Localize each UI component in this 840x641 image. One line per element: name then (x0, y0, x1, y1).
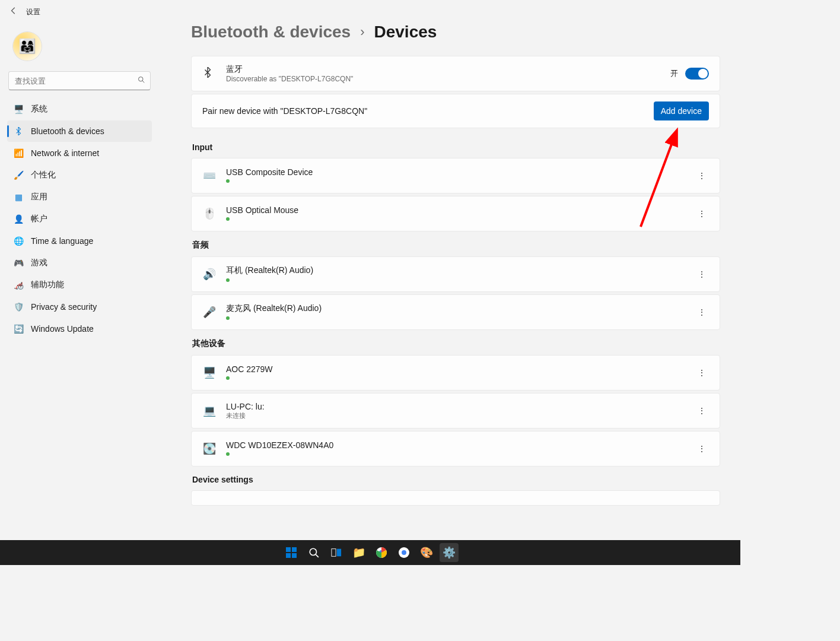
search-field (8, 71, 151, 90)
sidebar-item-label: Network & internet (31, 148, 99, 158)
device-row[interactable]: 🎤麦克风 (Realtek(R) Audio) ⋮ (191, 294, 720, 330)
start-button[interactable] (282, 543, 301, 562)
taskbar-chrome-1[interactable] (372, 543, 391, 562)
section-title-settings: Device settings (192, 475, 720, 484)
status-dot (226, 179, 230, 183)
section-title-audio: 音频 (192, 240, 720, 250)
accessibility-icon: 🦽 (13, 280, 24, 290)
sidebar-item-label: 帐户 (31, 214, 47, 224)
device-name: USB Composite Device (226, 167, 313, 177)
bluetooth-icon (202, 67, 217, 80)
status-dot (226, 316, 230, 320)
more-button[interactable]: ⋮ (695, 305, 709, 319)
bluetooth-icon (13, 126, 24, 137)
device-row[interactable]: 💽WDC WD10EZEX-08WN4A0 ⋮ (191, 431, 720, 467)
person-icon: 👤 (13, 214, 24, 224)
breadcrumb-parent[interactable]: Bluetooth & devices (191, 23, 351, 42)
status-dot (226, 452, 230, 456)
sidebar-item-label: 个性化 (31, 170, 56, 180)
back-icon[interactable] (9, 7, 18, 17)
device-row[interactable]: 💻LU-PC: lu:未连接 ⋮ (191, 393, 720, 429)
keyboard-icon: ⌨️ (202, 169, 217, 183)
device-row[interactable]: 🔊耳机 (Realtek(R) Audio) ⋮ (191, 256, 720, 292)
taskbar-chrome-2[interactable] (394, 543, 413, 562)
avatar[interactable]: 👨‍👩‍👧 (13, 32, 42, 61)
svg-point-6 (310, 548, 316, 555)
search-input[interactable] (8, 71, 151, 90)
sidebar: 👨‍👩‍👧 🖥️系统 Bluetooth & devices 📶Network … (0, 0, 159, 540)
device-settings-card (191, 490, 720, 506)
game-icon: 🎮 (13, 258, 24, 268)
sidebar-item-gaming[interactable]: 🎮游戏 (7, 252, 152, 274)
sidebar-item-label: 系统 (31, 104, 47, 115)
speaker-icon: 🔊 (202, 267, 217, 281)
toggle-label: 开 (670, 68, 678, 79)
taskbar-search[interactable] (304, 543, 323, 562)
sidebar-item-bluetooth[interactable]: Bluetooth & devices (7, 120, 152, 142)
monitor-icon: 🖥️ (202, 366, 217, 380)
status-dot (226, 278, 230, 282)
sidebar-item-label: Bluetooth & devices (31, 126, 104, 136)
svg-rect-3 (292, 547, 297, 552)
taskbar-settings[interactable]: ⚙️ (440, 543, 459, 562)
device-name: 麦克风 (Realtek(R) Audio) (226, 303, 322, 314)
app-title: 设置 (26, 7, 40, 17)
status-dot (226, 376, 230, 380)
brush-icon: 🖌️ (13, 170, 24, 180)
taskbar-explorer[interactable]: 📁 (349, 543, 368, 562)
sidebar-item-label: 游戏 (31, 258, 47, 268)
sidebar-item-label: Windows Update (31, 324, 94, 334)
svg-rect-8 (337, 549, 341, 557)
svg-rect-5 (292, 553, 297, 558)
taskbar: 📁 🎨 ⚙️ (0, 540, 740, 565)
taskbar-paint[interactable]: 🎨 (417, 543, 436, 562)
sidebar-item-time[interactable]: 🌐Time & language (7, 230, 152, 252)
sidebar-item-label: Privacy & security (31, 302, 97, 312)
device-name: WDC WD10EZEX-08WN4A0 (226, 440, 333, 450)
pair-text: Pair new device with "DESKTOP-L7G8CQN" (202, 106, 367, 116)
system-icon: 🖥️ (13, 104, 24, 115)
sidebar-item-update[interactable]: 🔄Windows Update (7, 318, 152, 339)
pc-icon: 💻 (202, 404, 217, 418)
device-name: AOC 2279W (226, 364, 273, 374)
bluetooth-toggle[interactable] (685, 68, 709, 80)
section-title-other: 其他设备 (192, 338, 720, 349)
sidebar-item-accounts[interactable]: 👤帐户 (7, 208, 152, 230)
bluetooth-card: 蓝牙 Discoverable as "DESKTOP-L7G8CQN" 开 (191, 56, 720, 91)
apps-icon: ▦ (13, 192, 24, 202)
more-button[interactable]: ⋮ (695, 404, 709, 418)
more-button[interactable]: ⋮ (695, 267, 709, 281)
more-button[interactable]: ⋮ (695, 366, 709, 380)
device-name: USB Optical Mouse (226, 205, 298, 215)
sidebar-item-label: Time & language (31, 236, 93, 246)
more-button[interactable]: ⋮ (695, 169, 709, 183)
main: Bluetooth & devices › Devices 蓝牙 Discove… (159, 0, 740, 540)
svg-rect-2 (286, 547, 291, 552)
shield-icon: 🛡️ (13, 302, 24, 312)
svg-point-0 (139, 77, 144, 82)
globe-icon: 🌐 (13, 236, 24, 246)
sidebar-item-system[interactable]: 🖥️系统 (7, 99, 152, 120)
sidebar-item-accessibility[interactable]: 🦽辅助功能 (7, 274, 152, 296)
sidebar-item-apps[interactable]: ▦应用 (7, 186, 152, 208)
wifi-icon: 📶 (13, 148, 24, 158)
more-button[interactable]: ⋮ (695, 207, 709, 221)
pair-card: Pair new device with "DESKTOP-L7G8CQN" A… (191, 94, 720, 128)
disk-icon: 💽 (202, 442, 217, 456)
update-icon: 🔄 (13, 323, 24, 334)
breadcrumb-current: Devices (374, 23, 437, 42)
sidebar-item-network[interactable]: 📶Network & internet (7, 142, 152, 164)
status-dot (226, 217, 230, 221)
add-device-button[interactable]: Add device (654, 101, 709, 120)
device-row[interactable]: 🖱️USB Optical Mouse ⋮ (191, 196, 720, 231)
bluetooth-subtitle: Discoverable as "DESKTOP-L7G8CQN" (226, 75, 353, 83)
chevron-right-icon: › (360, 24, 364, 40)
sidebar-item-privacy[interactable]: 🛡️Privacy & security (7, 296, 152, 318)
device-row[interactable]: ⌨️USB Composite Device ⋮ (191, 158, 720, 193)
device-row[interactable]: 🖥️AOC 2279W ⋮ (191, 355, 720, 391)
nav: 🖥️系统 Bluetooth & devices 📶Network & inte… (7, 99, 152, 340)
device-name: 耳机 (Realtek(R) Audio) (226, 265, 313, 276)
sidebar-item-personalization[interactable]: 🖌️个性化 (7, 164, 152, 186)
taskbar-taskview[interactable] (327, 543, 346, 562)
more-button[interactable]: ⋮ (695, 442, 709, 456)
